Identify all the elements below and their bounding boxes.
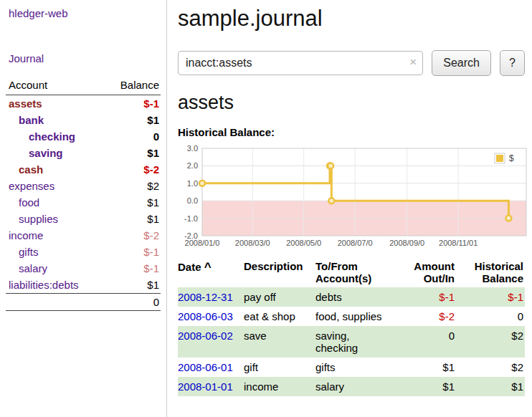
account-balance: $-1 <box>143 97 159 110</box>
account-heading: assets <box>178 92 525 114</box>
date-header-label: Date <box>178 261 201 273</box>
account-row: saving$1 <box>6 145 161 161</box>
transaction-description: gift <box>244 358 315 377</box>
search-bar: × Search ? <box>178 50 525 76</box>
y-tick-label: 3.0 <box>187 144 198 153</box>
transaction-accounts: debts <box>315 287 396 307</box>
transaction-date-link[interactable]: 2008-12-31 <box>178 291 233 303</box>
account-link[interactable]: supplies <box>6 212 58 226</box>
transaction-historical-balance: $1 <box>456 377 525 396</box>
main-content: sample.journal × Search ? assets Histori… <box>168 0 532 417</box>
date-column-header[interactable]: Date ^ <box>178 259 244 287</box>
transaction-accounts: saving, checking <box>315 326 396 358</box>
balance-column-header: Balance <box>120 79 159 91</box>
transaction-amount: $1 <box>396 377 456 396</box>
account-link[interactable]: cash <box>6 163 43 176</box>
account-column-header: Account <box>9 79 47 91</box>
search-box: × <box>178 51 423 75</box>
account-row: food$1 <box>6 194 161 211</box>
account-link[interactable]: assets <box>6 97 42 110</box>
x-tick-label: 2008/09/0 <box>389 239 424 247</box>
description-column-header: Description <box>244 259 315 287</box>
transaction-accounts: food, supplies <box>315 307 396 326</box>
clear-search-icon[interactable]: × <box>409 55 417 70</box>
data-point <box>328 163 333 168</box>
transaction-historical-balance: $2 <box>456 326 525 358</box>
account-balance: $1 <box>147 196 159 209</box>
x-tick-label: 2008/07/0 <box>338 239 373 247</box>
legend-label: $ <box>509 153 514 163</box>
transaction-amount: $-1 <box>396 287 456 307</box>
account-row: liabilities:debts$1 <box>6 277 161 293</box>
y-tick-label: -1.0 <box>184 214 198 223</box>
account-balance: $-1 <box>143 245 159 259</box>
total-balance: 0 <box>153 296 159 308</box>
account-link[interactable]: income <box>6 229 43 242</box>
account-link[interactable]: food <box>6 196 39 209</box>
register-row: 2008-01-01incomesalary$1$1 <box>178 377 525 396</box>
chart-title: Historical Balance: <box>178 126 525 138</box>
account-link[interactable]: liabilities:debts <box>6 278 79 292</box>
account-link[interactable]: salary <box>6 262 47 275</box>
account-link[interactable]: saving <box>6 146 63 160</box>
account-link[interactable]: expenses <box>6 179 54 193</box>
transaction-date-link[interactable]: 2008-06-02 <box>178 330 233 342</box>
help-button[interactable]: ? <box>500 50 525 76</box>
transaction-date-link[interactable]: 2008-06-01 <box>178 361 233 373</box>
y-tick-label: 2.0 <box>187 161 198 170</box>
transaction-amount: $-2 <box>396 307 456 326</box>
account-row: bank$1 <box>6 112 161 128</box>
x-tick-label: 2008/03/0 <box>235 239 270 247</box>
x-tick-label: 2008/01/0 <box>185 239 220 247</box>
transaction-date-link[interactable]: 2008-06-03 <box>178 310 233 322</box>
data-point <box>328 198 334 203</box>
transaction-description: eat & shop <box>244 307 315 326</box>
tofrom-account-column-header: To/From Account(s) <box>315 259 396 287</box>
account-row: income$-2 <box>6 227 161 244</box>
account-row: salary$-1 <box>6 260 161 277</box>
transaction-accounts: gifts <box>315 358 396 377</box>
transaction-historical-balance: $-1 <box>456 287 525 307</box>
account-balance: $-1 <box>143 262 159 275</box>
register-row: 2008-12-31pay offdebts$-1$-1 <box>178 287 525 307</box>
app-title-link[interactable]: hledger-web <box>0 6 166 21</box>
transaction-description: pay off <box>244 287 315 307</box>
sort-ascending-icon: ^ <box>204 260 212 274</box>
transaction-date-link[interactable]: 2008-01-01 <box>178 380 233 393</box>
transaction-description: save <box>244 326 315 358</box>
y-tick-label: 1.0 <box>187 179 198 188</box>
register-header-row: Date ^ Description To/From Account(s) Am… <box>178 259 525 287</box>
account-balance: $-2 <box>143 163 159 176</box>
transaction-accounts: salary <box>315 377 396 396</box>
account-balance: $-2 <box>143 229 159 242</box>
nav-journal-link[interactable]: Journal <box>0 51 166 66</box>
transaction-historical-balance: $2 <box>456 358 525 377</box>
account-link[interactable]: checking <box>6 130 75 143</box>
amount-column-header: Amount Out/In <box>396 259 456 287</box>
data-point <box>199 181 205 186</box>
account-balance: $2 <box>147 179 159 193</box>
total-row: 0 <box>6 293 161 311</box>
x-tick-label: 2008/11/01 <box>439 239 478 247</box>
register-row: 2008-06-03eat & shopfood, supplies$-20 <box>178 307 525 326</box>
data-point <box>505 216 511 221</box>
account-balance: $1 <box>147 113 159 127</box>
account-table-header: Account Balance <box>6 77 161 95</box>
search-input[interactable] <box>178 51 423 75</box>
register-row: 2008-06-02savesaving, checking0$2 <box>178 326 525 358</box>
account-link[interactable]: bank <box>6 113 44 127</box>
account-link[interactable]: gifts <box>6 245 39 259</box>
x-tick-label: 2008/05/0 <box>286 239 321 247</box>
account-balance: $1 <box>147 278 159 292</box>
balance-chart: 3.02.01.00.0-1.0-2.02008/01/02008/03/020… <box>178 143 528 250</box>
legend-colorbox <box>496 155 503 162</box>
account-row: checking0 <box>6 128 161 145</box>
account-row: assets$-1 <box>6 95 161 112</box>
search-button[interactable]: Search <box>432 50 491 76</box>
historical-balance-column-header: Historical Balance <box>456 259 525 287</box>
transaction-amount: $1 <box>396 358 456 377</box>
account-balance: $1 <box>147 146 159 160</box>
register-table: Date ^ Description To/From Account(s) Am… <box>178 259 525 396</box>
account-balance-table: Account Balance assets$-1bank$1checking0… <box>6 77 161 311</box>
account-balance: 0 <box>153 130 159 143</box>
